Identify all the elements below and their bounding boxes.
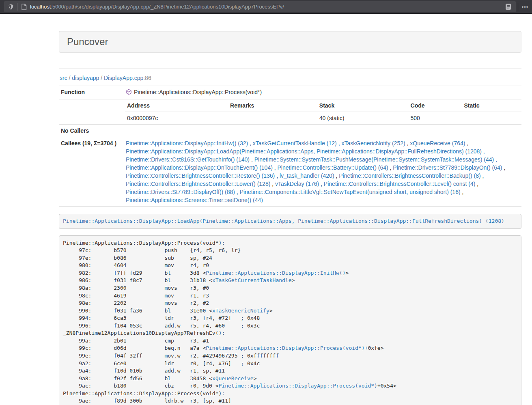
assembly-code: Pinetime::Applications::DisplayApp::Proc… xyxy=(59,235,521,405)
stats-table: Address Remarks Stack Code Static 0x0000… xyxy=(125,99,521,124)
callee-link[interactable]: Pinetime::Applications::DisplayApp::Load… xyxy=(126,148,482,155)
url-text[interactable]: localhost:5000/path/src/displayapp/Displ… xyxy=(30,4,284,10)
col-stack: Stack xyxy=(317,99,409,112)
callee-link[interactable]: Pinetime::System::SystemTask::PushMessag… xyxy=(254,156,494,163)
shield-icon[interactable] xyxy=(8,4,14,10)
callees-row: Callees (19, Σ=3704 ) Pinetime::Applicat… xyxy=(59,137,521,207)
no-callers-row: No Callers xyxy=(59,125,521,137)
function-name: Pinetime::Applications::DisplayApp::Proc… xyxy=(134,89,262,95)
stats-cell: Address Remarks Stack Code Static 0x0000… xyxy=(124,99,521,125)
toolbar-divider xyxy=(17,3,18,11)
callee-link[interactable]: Pinetime::Components::LittleVgl::SetNewT… xyxy=(240,189,461,195)
callers-cell xyxy=(124,125,521,137)
callee-link[interactable]: Pinetime::Controllers::BrightnessControl… xyxy=(126,172,275,179)
callee-link[interactable]: Pinetime::Drivers::St7789::DisplayOn() (… xyxy=(393,164,502,171)
code-value: 500 xyxy=(409,112,462,125)
page-icon xyxy=(21,4,27,10)
callee-link[interactable]: Pinetime::Controllers::BrightnessControl… xyxy=(126,181,270,187)
static-value xyxy=(462,112,521,125)
divider xyxy=(59,68,521,69)
address-value: 0x0000097c xyxy=(125,112,228,125)
callees-label: Callees (19, Σ=3704 ) xyxy=(59,137,124,207)
loadapp-link[interactable]: Pinetime::Applications::DisplayApp::Load… xyxy=(63,218,504,224)
callee-link[interactable]: xTaskGenericNotify (252) xyxy=(341,140,405,146)
assembly-symbol-link[interactable]: xTaskGetCurrentTaskHandle xyxy=(212,277,292,283)
callee-link[interactable]: Pinetime::Applications::Screens::Timer::… xyxy=(126,197,263,203)
callee-link[interactable]: Pinetime::Applications::DisplayApp::Init… xyxy=(126,140,248,146)
page-container: Puncover src / displayapp / DisplayApp.c… xyxy=(59,31,521,405)
page-title: Puncover xyxy=(67,36,108,47)
assembly-symbol-link[interactable]: xTaskGenericNotify xyxy=(212,308,269,314)
breadcrumb-link[interactable]: displayapp xyxy=(72,75,99,81)
breadcrumb-link[interactable]: DisplayApp.cpp xyxy=(104,75,143,81)
col-remarks: Remarks xyxy=(228,99,317,112)
assembly-symbol-link[interactable]: Pinetime::Applications::DisplayApp::Proc… xyxy=(219,383,377,389)
callee-link[interactable]: vTaskDelay (176) xyxy=(275,181,319,187)
callee-link[interactable]: Pinetime::Controllers::BrightnessControl… xyxy=(339,172,480,179)
callee-link[interactable]: xQueueReceive (764) xyxy=(410,140,465,146)
breadcrumb: src / displayapp / DisplayApp.cpp:86 xyxy=(60,74,521,82)
remarks-value xyxy=(228,112,317,125)
stats-row-label xyxy=(59,99,124,125)
callees-list: Pinetime::Applications::DisplayApp::Init… xyxy=(124,137,521,207)
stats-row: Address Remarks Stack Code Static 0x0000… xyxy=(59,99,521,125)
stack-value: 40 (static) xyxy=(317,112,409,125)
url-path: :5000/path/src/displayapp/DisplayApp.cpp… xyxy=(51,4,284,10)
callee-link[interactable]: lv_task_handler (420) xyxy=(280,172,334,179)
function-row: Function Pinetime::Applications::Display… xyxy=(59,86,521,99)
assembly-symbol-link[interactable]: Pinetime::Applications::DisplayApp::Proc… xyxy=(206,345,364,351)
more-menu-icon[interactable]: ••• xyxy=(518,4,532,10)
browser-toolbar: localhost:5000/path/src/displayapp/Displ… xyxy=(0,0,532,14)
callee-link[interactable]: xTaskGetCurrentTaskHandle (12) xyxy=(253,140,337,146)
function-label: Function xyxy=(59,86,124,99)
function-detail-table: Function Pinetime::Applications::Display… xyxy=(59,86,521,207)
url-host: localhost xyxy=(30,4,51,10)
table-row: 0x0000097c 40 (static) 500 xyxy=(125,112,521,125)
reader-mode-icon[interactable] xyxy=(503,2,513,12)
url-bar[interactable]: localhost:5000/path/src/displayapp/Displ… xyxy=(4,1,516,12)
callee-link[interactable]: Pinetime::Controllers::Battery::Update()… xyxy=(278,164,388,171)
biggest-callee-box: Pinetime::Applications::DisplayApp::Load… xyxy=(59,214,521,229)
col-static: Static xyxy=(462,99,521,112)
assembly-symbol-link[interactable]: xQueueReceive xyxy=(212,375,254,381)
no-callers-label: No Callers xyxy=(59,125,124,137)
function-name-cell: Pinetime::Applications::DisplayApp::Proc… xyxy=(124,86,521,99)
app-header-panel: Puncover xyxy=(59,31,521,53)
symbol-cube-icon xyxy=(126,89,132,97)
callee-link[interactable]: Pinetime::Controllers::BrightnessControl… xyxy=(324,181,475,187)
callee-link[interactable]: Pinetime::Drivers::St7789::DisplayOff() … xyxy=(126,189,235,195)
col-code: Code xyxy=(409,99,462,112)
breadcrumb-link[interactable]: src xyxy=(60,75,67,81)
callee-link[interactable]: Pinetime::Drivers::Cst816S::GetTouchInfo… xyxy=(126,156,250,163)
assembly-symbol-link[interactable]: Pinetime::Applications::DisplayApp::Init… xyxy=(206,270,345,276)
col-address: Address xyxy=(125,99,228,112)
callee-link[interactable]: Pinetime::Applications::DisplayApp::OnTo… xyxy=(126,164,273,171)
